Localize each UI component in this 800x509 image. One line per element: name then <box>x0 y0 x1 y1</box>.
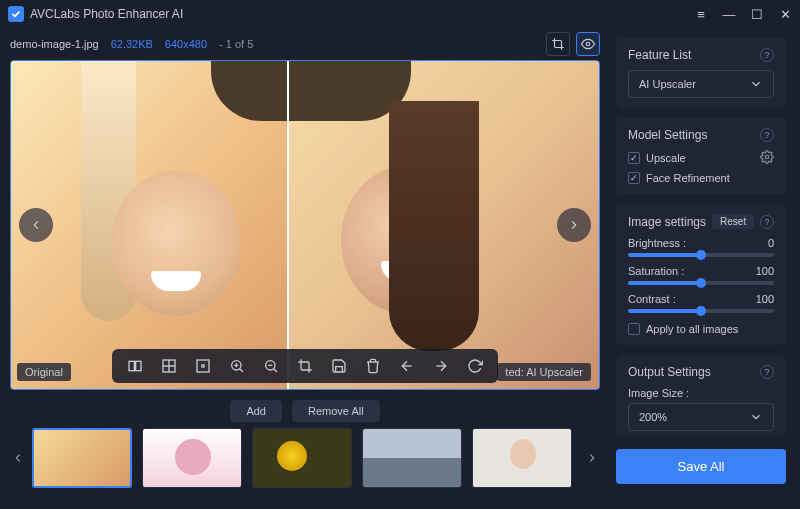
image-settings-title: Image settings <box>628 215 706 229</box>
help-icon[interactable]: ? <box>760 128 774 142</box>
output-settings-panel: Output Settings ? Image Size : 200% <box>616 355 786 435</box>
fit-icon[interactable] <box>192 355 214 377</box>
face-refinement-checkbox[interactable] <box>628 172 640 184</box>
thumbnail-1[interactable] <box>32 428 132 488</box>
undo-icon[interactable] <box>396 355 418 377</box>
compare-grid-icon[interactable] <box>158 355 180 377</box>
app-logo <box>8 6 24 22</box>
viewer-toolbar <box>112 349 498 383</box>
image-size-label: Image Size : <box>628 387 774 399</box>
face-refinement-label: Face Refinement <box>646 172 730 184</box>
svg-point-17 <box>765 155 769 159</box>
refresh-icon[interactable] <box>464 355 486 377</box>
saturation-label: Saturation : <box>628 265 684 277</box>
next-image-button[interactable] <box>557 208 591 242</box>
file-position: - 1 of 5 <box>219 38 253 50</box>
apply-all-checkbox[interactable] <box>628 323 640 335</box>
delete-icon[interactable] <box>362 355 384 377</box>
apply-all-label: Apply to all images <box>646 323 738 335</box>
svg-rect-2 <box>136 361 141 370</box>
image-settings-panel: Image settings Reset ? Brightness : 0 Sa… <box>616 204 786 345</box>
model-settings-title: Model Settings <box>628 128 707 142</box>
output-settings-title: Output Settings <box>628 365 711 379</box>
brightness-slider[interactable] <box>628 253 774 257</box>
image-viewer: Original ted: AI Upscaler <box>10 60 600 390</box>
upscale-checkbox[interactable] <box>628 152 640 164</box>
file-name: demo-image-1.jpg <box>10 38 99 50</box>
feature-select[interactable]: AI Upscaler <box>628 70 774 98</box>
svg-point-7 <box>202 365 205 368</box>
file-resolution: 640x480 <box>165 38 207 50</box>
preview-button[interactable] <box>576 32 600 56</box>
contrast-label: Contrast : <box>628 293 676 305</box>
applied-label: ted: AI Upscaler <box>497 363 591 381</box>
saturation-slider[interactable] <box>628 281 774 285</box>
svg-line-9 <box>240 369 243 372</box>
image-size-select[interactable]: 200% <box>628 403 774 431</box>
gear-icon[interactable] <box>760 150 774 166</box>
feature-list-title: Feature List <box>628 48 691 62</box>
remove-all-button[interactable]: Remove All <box>292 400 380 422</box>
thumbnail-5[interactable] <box>472 428 572 488</box>
feature-list-panel: Feature List ? AI Upscaler <box>616 38 786 108</box>
brightness-value: 0 <box>768 237 774 249</box>
svg-rect-6 <box>197 360 209 372</box>
compare-slider[interactable] <box>287 61 289 389</box>
brightness-label: Brightness : <box>628 237 686 249</box>
close-button[interactable]: ✕ <box>778 7 792 21</box>
app-title: AVCLabs Photo Enhancer AI <box>30 7 694 21</box>
help-icon[interactable]: ? <box>760 48 774 62</box>
crop-tool-icon[interactable] <box>294 355 316 377</box>
redo-icon[interactable] <box>430 355 452 377</box>
saturation-value: 100 <box>756 265 774 277</box>
thumbnail-3[interactable] <box>252 428 352 488</box>
chevron-down-icon <box>749 77 763 91</box>
prev-image-button[interactable] <box>19 208 53 242</box>
zoom-out-icon[interactable] <box>260 355 282 377</box>
thumbs-prev-button[interactable] <box>10 428 26 488</box>
add-button[interactable]: Add <box>230 400 282 422</box>
chevron-down-icon <box>749 410 763 424</box>
feature-selected: AI Upscaler <box>639 78 696 90</box>
svg-line-13 <box>274 369 277 372</box>
thumbnail-4[interactable] <box>362 428 462 488</box>
help-icon[interactable]: ? <box>760 365 774 379</box>
upscale-label: Upscale <box>646 152 686 164</box>
svg-rect-1 <box>129 361 134 370</box>
contrast-value: 100 <box>756 293 774 305</box>
save-icon[interactable] <box>328 355 350 377</box>
original-label: Original <box>17 363 71 381</box>
reset-button[interactable]: Reset <box>712 214 754 229</box>
thumbnail-2[interactable] <box>142 428 242 488</box>
zoom-in-icon[interactable] <box>226 355 248 377</box>
model-settings-panel: Model Settings ? Upscale Face Refinement <box>616 118 786 194</box>
thumbs-next-button[interactable] <box>584 428 600 488</box>
file-size: 62.32KB <box>111 38 153 50</box>
svg-point-0 <box>586 42 590 46</box>
maximize-button[interactable]: ☐ <box>750 7 764 21</box>
help-icon[interactable]: ? <box>760 215 774 229</box>
compare-side-icon[interactable] <box>124 355 146 377</box>
menu-icon[interactable]: ≡ <box>694 7 708 21</box>
image-size-value: 200% <box>639 411 667 423</box>
contrast-slider[interactable] <box>628 309 774 313</box>
save-all-button[interactable]: Save All <box>616 449 786 484</box>
minimize-button[interactable]: ― <box>722 7 736 21</box>
crop-button[interactable] <box>546 32 570 56</box>
